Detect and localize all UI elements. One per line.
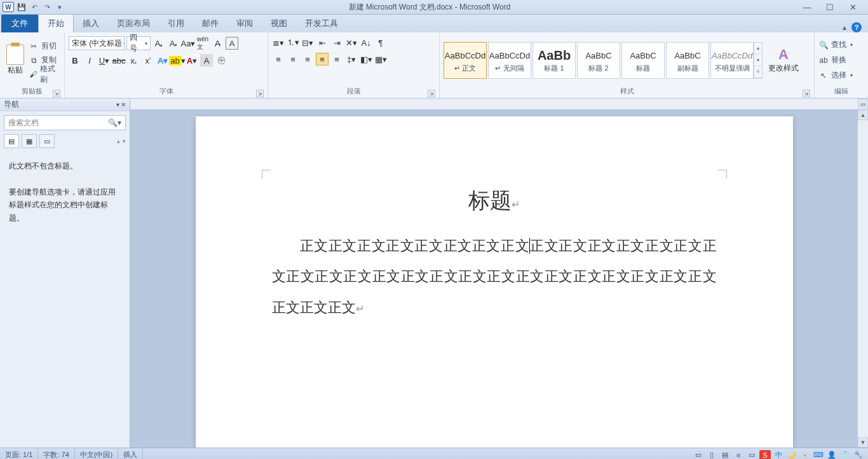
text-effects-icon[interactable]: A▾ [156,54,169,67]
style-card[interactable]: AaBbCcDd↵ 正文 [444,42,487,79]
redo-icon[interactable]: ↷ [42,2,52,12]
ime-person-icon[interactable]: 👤 [826,450,837,460]
style-card[interactable]: AaBbCcDd↵ 无间隔 [488,42,531,79]
nav-search-input[interactable]: 搜索文档 🔍▾ [4,115,126,130]
page-viewport[interactable]: 标题↵ 正文正文正文正文正文正文正文正文正文正文正文正文正文正文正文正文正文正文… [130,110,858,448]
grow-font-icon[interactable]: A▴ [153,37,165,50]
view-outline-icon[interactable]: ≡ [733,450,744,460]
close-button[interactable]: ✕ [846,2,859,12]
decrease-indent-icon[interactable]: ⇤ [316,36,329,49]
shading-icon[interactable]: ◧▾ [360,53,372,65]
view-fullscreen-icon[interactable]: ▯ [706,450,717,460]
nav-tab-headings[interactable]: ▤ [4,134,19,148]
undo-icon[interactable]: ↶ [29,2,39,12]
subscript-button[interactable]: x₂ [127,54,140,67]
font-color-icon[interactable]: A▾ [186,54,198,67]
align-left-icon[interactable]: ≡ [272,53,285,65]
clipboard-launcher-icon[interactable]: ⇲ [53,90,60,97]
highlight-color-icon[interactable]: ab▾ [171,54,184,67]
nav-dropdown-icon[interactable]: ▾ [116,101,119,108]
word-app-icon[interactable]: W [3,2,14,12]
distributed-icon[interactable]: ≡ [330,53,343,65]
tab-references[interactable]: 引用 [159,15,193,32]
style-card[interactable]: AaBbC副标题 [666,42,709,79]
save-icon[interactable]: 💾 [17,2,27,12]
enclose-characters-icon[interactable]: ㊥ [215,54,227,67]
nav-tab-pages[interactable]: ▦ [22,134,37,148]
status-word-count[interactable]: 字数: 74 [38,448,74,459]
nav-tab-results[interactable]: ▭ [39,134,55,148]
minimize-ribbon-icon[interactable]: ▴ [843,23,846,32]
replace-button[interactable]: ab替换 [818,53,853,67]
bullets-icon[interactable]: ≣▾ [272,36,285,49]
ime-tool1-icon[interactable]: • [799,450,811,460]
ime-skin-icon[interactable]: 👕 [839,450,851,460]
minimize-button[interactable]: — [801,2,813,12]
tab-view[interactable]: 视图 [262,15,296,32]
ime-lang-icon[interactable]: 中 [773,450,784,460]
styles-launcher-icon[interactable]: ⇲ [803,90,810,97]
clear-formatting-icon[interactable]: A̶ [211,37,224,50]
view-draft-icon[interactable]: ▭ [746,450,757,460]
help-icon[interactable]: ? [851,22,862,32]
style-card[interactable]: AaBb标题 1 [532,42,576,79]
font-size-combo[interactable]: 四号▾ [126,36,151,50]
tab-review[interactable]: 审阅 [227,15,262,32]
superscript-button[interactable]: x² [142,54,154,67]
tab-developer[interactable]: 开发工具 [296,15,347,32]
nav-prev-icon[interactable]: ▴ [117,138,120,144]
horizontal-ruler[interactable] [130,99,858,110]
tab-mailings[interactable]: 邮件 [193,15,227,32]
bold-button[interactable]: B [69,54,81,67]
justify-icon[interactable]: ≡ [316,53,329,65]
status-insert-mode[interactable]: 插入 [118,448,143,459]
status-page[interactable]: 页面: 1/1 [0,448,38,459]
sort-icon[interactable]: A↓ [360,36,372,49]
find-button[interactable]: 🔍查找▾ [818,38,853,52]
paste-button[interactable]: 粘贴 [4,45,26,76]
increase-indent-icon[interactable]: ⇥ [330,36,343,49]
view-web-icon[interactable]: ▤ [719,450,731,460]
italic-button[interactable]: I [83,54,96,67]
scroll-up-icon[interactable]: ▲ [858,110,868,120]
format-painter-button[interactable]: 🖌格式刷 [29,67,60,81]
show-marks-icon[interactable]: ¶ [374,36,387,49]
style-card[interactable]: AaBbC标题 2 [577,42,620,79]
ime-keyboard-icon[interactable]: ⌨ [813,450,824,460]
underline-button[interactable]: U▾ [98,54,111,67]
style-card[interactable]: AaBbCcDd不明显强调 [710,42,754,79]
status-language[interactable]: 中文(中国) [75,448,118,459]
ime-sogou-icon[interactable]: S [759,450,771,460]
select-button[interactable]: ↖选择▾ [818,69,853,83]
toggle-ruler-icon[interactable]: ▭ [858,99,868,110]
maximize-button[interactable]: ☐ [824,2,836,12]
scroll-track[interactable] [858,120,868,437]
style-gallery-scroll[interactable]: ▴▾≡ [754,42,763,79]
tab-layout[interactable]: 页面布局 [108,15,159,32]
strikethrough-button[interactable]: abc [112,54,125,67]
change-case-icon[interactable]: Aa▾ [182,37,194,50]
character-border-icon[interactable]: A [226,37,238,50]
font-launcher-icon[interactable]: ⇲ [256,90,264,97]
phonetic-guide-icon[interactable]: wén文 [196,37,209,50]
view-print-layout-icon[interactable]: ▭ [693,450,704,460]
ime-wrench-icon[interactable]: 🔧 [853,450,864,460]
ime-moon-icon[interactable]: 🌙 [786,450,797,460]
nav-next-icon[interactable]: ▾ [123,138,126,144]
tab-insert[interactable]: 插入 [74,15,108,32]
document-title-text[interactable]: 标题↵ [272,186,717,216]
align-right-icon[interactable]: ≡ [301,53,314,65]
change-styles-button[interactable]: A 更改样式 [768,46,799,74]
paragraph-launcher-icon[interactable]: ⇲ [428,90,435,97]
scroll-down-icon[interactable]: ▼ [858,437,868,448]
multilevel-list-icon[interactable]: ⊟▾ [301,36,314,49]
document-body-text[interactable]: 正文正文正文正文正文正文正文正文正文正文正文正文正文正文正文正文正文正文正文正文… [272,231,717,323]
qat-dropdown-icon[interactable]: ▾ [55,2,65,12]
tab-home[interactable]: 开始 [38,14,74,32]
font-name-combo[interactable]: 宋体 (中文标题▾ [69,36,125,50]
style-card[interactable]: AaBbC标题 [621,42,665,79]
borders-icon[interactable]: ▦▾ [374,53,387,65]
asian-layout-icon[interactable]: ✕▾ [345,36,358,49]
numbering-icon[interactable]: ⒈▾ [287,36,299,49]
character-shading-icon[interactable]: A [200,54,213,67]
